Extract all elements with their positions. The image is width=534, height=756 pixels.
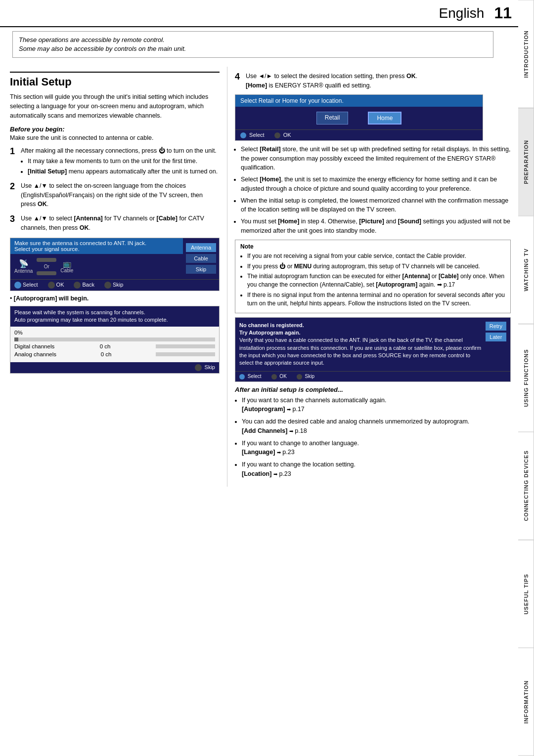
tv-screen-1-footer: Select OK Back Skip [10,279,219,291]
step-3-text: Use ▲/▼ to select [Antenna] for TV chann… [21,215,204,231]
tab-watching-tv[interactable]: WATCHING TV [518,216,534,324]
before-you-begin-text: Make sure the unit is connected to anten… [10,134,220,141]
top-note-line1: These operations are accessible by remot… [19,36,165,43]
right-column: 4 Use ◄/► to select the desired location… [227,67,518,486]
back-btn-label: Back [74,282,94,289]
antenna-icon: 📡 Antenna [14,259,33,274]
error-screen: No channel is registered. Try Autoprogra… [235,317,511,382]
language-label: English [439,5,485,21]
after-setup-bullets: If you want to scan the channels automat… [242,396,511,479]
select-btn-label: Select [14,282,38,289]
before-you-begin-label: Before you begin: [10,126,220,133]
digital-count: 0 ch [100,343,111,349]
step-2: 2 Use ▲/▼ to select the on-screen langua… [10,181,220,209]
digital-bar [156,344,215,348]
after-setup-title: After an initial setup is completed... [235,386,511,393]
tv-screen-2-header: Please wait while the system is scanning… [10,306,219,327]
later-btn[interactable]: Later [486,333,506,341]
location-body: Retail Home [235,107,483,129]
digital-channels-row: Digital channels 0 ch [14,343,215,349]
step-4-note: [Home] is ENERGY STAR® qualifi ed settin… [246,82,371,89]
tv-screen-1-left: Make sure the antenna is connected to AN… [10,238,183,279]
tv-screen-2-body: 0% Digital channels 0 ch Analog channels… [10,327,219,362]
err-skip-label: Skip [297,374,314,379]
ok-btn-label: OK [48,282,64,289]
analog-count: 0 ch [101,351,112,357]
note-bullet-1: If you are not receiving a signal from y… [247,252,505,260]
err-select-label: Select [239,374,262,379]
home-button[interactable]: Home [368,112,401,125]
step-1: 1 After making all the necessary connect… [10,146,220,176]
main-content: Initial Setup This section will guide yo… [0,67,518,486]
step-4-content: Use ◄/► to select the desired location s… [246,72,511,90]
skip-label: Skip [205,364,215,370]
progress-label: 0% [14,330,215,336]
note-bullet-4: If there is no signal input from the ant… [247,291,505,308]
note-title: Note [240,243,505,250]
step-2-content: Use ▲/▼ to select the on-screen language… [21,181,220,209]
antenna-btn[interactable]: Antenna [186,243,216,252]
note-bullet-2: If you press ⏻ or MENU during autoprogra… [247,262,505,271]
step-1-bullet-2: [Initial Setup] menu appears automatical… [28,167,220,176]
side-tabs: INTRODUCTION PREPARATION WATCHING TV USI… [518,0,534,756]
autoprogram-label: • [Autoprogram] will begin. [10,295,220,302]
cable-icon: 📺 Cable [60,260,73,273]
skip-btn[interactable]: Skip [186,265,216,274]
step-3-content: Use ▲/▼ to select [Antenna] for TV chann… [21,214,220,233]
step-2-number: 2 [10,181,15,192]
after-setup-section: After an initial setup is completed... I… [235,386,511,479]
loc-ok-label: OK [274,132,291,138]
tab-introduction[interactable]: INTRODUCTION [518,0,534,108]
location-footer: Select OK [235,129,483,140]
step-4-text: Use ◄/► to select the desired location s… [246,73,417,80]
error-buttons: Retry Later [486,322,506,367]
error-body: No channel is registered. Try Autoprogra… [235,318,510,371]
menu-skip-label: Skip [104,282,123,289]
cable-btn[interactable]: Cable [186,254,216,263]
left-column: Initial Setup This section will guide yo… [0,67,227,486]
analog-bar [156,352,215,356]
step-3: 3 Use ▲/▼ to select [Antenna] for TV cha… [10,214,220,233]
top-note-wrapper: These operations are accessible by remot… [0,27,534,67]
tv-screen-1-buttons: Antenna Cable Skip [183,238,219,279]
tv-screen-1: Make sure the antenna is connected to AN… [10,238,220,291]
after-setup-bullet-3: If you want to change to another languag… [242,439,511,458]
progress-bar-fill [14,337,18,341]
tab-connecting-devices[interactable]: CONNECTING DEVICES [518,432,534,540]
tv-screen-2: Please wait while the system is scanning… [10,306,220,374]
step-1-bullets: It may take a few moments to turn on the… [28,157,220,176]
after-setup-bullet-1: If you want to scan the channels automat… [242,396,511,415]
tab-preparation[interactable]: PREPARATION [518,108,534,216]
top-note-box: These operations are accessible by remot… [12,31,493,58]
location-bullet-4: You must set [Home] in step 4. Otherwise… [241,217,511,236]
note-bullet-3: The initial autoprogram function can be … [247,272,505,289]
error-footer: Select OK Skip [235,371,510,381]
step-4: 4 Use ◄/► to select the desired location… [235,72,511,90]
tab-using-functions[interactable]: USING FUNCTIONS [518,324,534,432]
tab-useful-tips[interactable]: USEFUL TIPS [518,540,534,648]
loc-select-label: Select [240,132,265,138]
step-2-text: Use ▲/▼ to select the on-screen language… [21,182,203,208]
tv-screen-1-layout: Make sure the antenna is connected to AN… [10,238,219,279]
note-section: Note If you are not receiving a signal f… [235,240,511,313]
tab-information[interactable]: INFORMATION [518,648,534,756]
digital-label: Digital channels [14,343,54,349]
location-bullet-1: Select [Retail] store, the unit will be … [241,145,511,172]
retry-btn[interactable]: Retry [486,322,506,331]
top-note-line2: Some may also be accessible by controls … [19,45,186,52]
step-4-number: 4 [235,72,240,82]
error-text: No channel is registered. Try Autoprogra… [239,322,482,367]
location-screen: Select Retail or Home for your location.… [235,94,483,141]
err-ok-label: OK [271,374,287,379]
after-setup-bullet-2: You can add the desired cable and analog… [242,417,511,436]
tv-diagram: 📡 Antenna Or 📺 Cable [10,254,183,279]
location-bullet-2: Select [Home], the unit is set to maximi… [241,175,511,194]
step-3-number: 3 [10,214,15,225]
tv-screen-2-footer: Skip [10,362,219,373]
note-bullets: If you are not receiving a signal from y… [247,252,505,308]
page-header: English 11 [0,0,534,27]
step-1-number: 1 [10,146,15,157]
retail-button[interactable]: Retail [316,112,349,125]
analog-label: Analog channels [14,351,56,357]
location-header: Select Retail or Home for your location. [235,95,483,107]
